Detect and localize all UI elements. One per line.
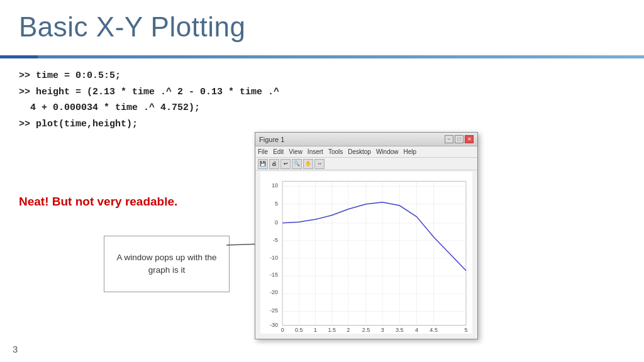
figure-menubar: File Edit View Insert Tools Desktop Wind…	[255, 146, 477, 158]
svg-text:3.5: 3.5	[396, 327, 404, 333]
svg-text:2: 2	[347, 327, 350, 333]
toolbar-icon-2[interactable]: 🖨	[269, 159, 279, 169]
plot-svg: 10 5 0 -5 -10 -15 -20 -25 -30	[260, 172, 472, 334]
toolbar-icon-1[interactable]: 💾	[258, 159, 268, 169]
toolbar-icon-4[interactable]: 🔍	[292, 159, 302, 169]
svg-text:0: 0	[275, 219, 278, 226]
page-title: Basic X-Y Plotting	[19, 11, 245, 43]
callout-text: A window pops up with the graph is it	[109, 251, 224, 277]
svg-text:5: 5	[464, 327, 467, 333]
toolbar-icon-3[interactable]: ↩	[280, 159, 291, 169]
close-button[interactable]: ✕	[465, 135, 474, 143]
code-line-1: >> time = 0:0.5:5;	[19, 68, 279, 84]
figure-toolbar: 💾 🖨 ↩ 🔍 ✋ ↔	[255, 158, 477, 170]
figure-window[interactable]: Figure 1 − □ ✕ File Edit View Insert Too…	[255, 132, 478, 339]
minimize-button[interactable]: −	[445, 135, 453, 143]
accent-bar	[0, 55, 644, 58]
menu-file[interactable]: File	[258, 148, 268, 155]
window-controls: − □ ✕	[445, 135, 474, 143]
menu-view[interactable]: View	[289, 148, 303, 155]
svg-text:2.5: 2.5	[362, 327, 370, 333]
toolbar-icon-6[interactable]: ↔	[314, 159, 325, 169]
menu-edit[interactable]: Edit	[273, 148, 284, 155]
svg-text:4: 4	[415, 327, 418, 333]
svg-text:3: 3	[381, 327, 384, 333]
code-block: >> time = 0:0.5:5; >> height = (2.13 * t…	[19, 68, 279, 132]
svg-text:4.5: 4.5	[430, 327, 438, 333]
svg-text:-5: -5	[273, 237, 278, 243]
code-line-2: >> height = (2.13 * time .^ 2 - 0.13 * t…	[19, 84, 279, 101]
menu-desktop[interactable]: Desktop	[348, 148, 371, 155]
svg-text:10: 10	[272, 182, 278, 189]
code-line-4: >> plot(time,height);	[19, 116, 279, 133]
code-line-3: 4 + 0.000034 * time .^ 4.752);	[19, 100, 279, 116]
svg-text:1.5: 1.5	[328, 327, 336, 333]
maximize-button[interactable]: □	[455, 135, 464, 143]
neat-text: Neat! But not very readable.	[19, 195, 177, 209]
menu-window[interactable]: Window	[376, 148, 399, 155]
menu-help[interactable]: Help	[404, 148, 417, 155]
svg-text:-30: -30	[270, 322, 278, 328]
svg-text:0.5: 0.5	[295, 327, 303, 333]
plot-area: 10 5 0 -5 -10 -15 -20 -25 -30	[260, 172, 472, 334]
svg-text:5: 5	[275, 200, 278, 207]
svg-text:0: 0	[281, 327, 284, 333]
page-number: 3	[13, 344, 18, 354]
figure-title: Figure 1	[259, 136, 284, 143]
svg-text:-10: -10	[270, 255, 278, 261]
svg-text:-20: -20	[270, 289, 278, 295]
svg-text:-25: -25	[270, 307, 278, 314]
accent-bar-small	[0, 55, 38, 58]
toolbar-icon-5[interactable]: ✋	[303, 159, 313, 169]
menu-tools[interactable]: Tools	[328, 148, 343, 155]
menu-insert[interactable]: Insert	[308, 148, 323, 155]
svg-text:-15: -15	[270, 272, 278, 278]
figure-titlebar: Figure 1 − □ ✕	[255, 133, 477, 146]
svg-text:1: 1	[314, 327, 317, 333]
callout-box: A window pops up with the graph is it	[104, 236, 230, 292]
